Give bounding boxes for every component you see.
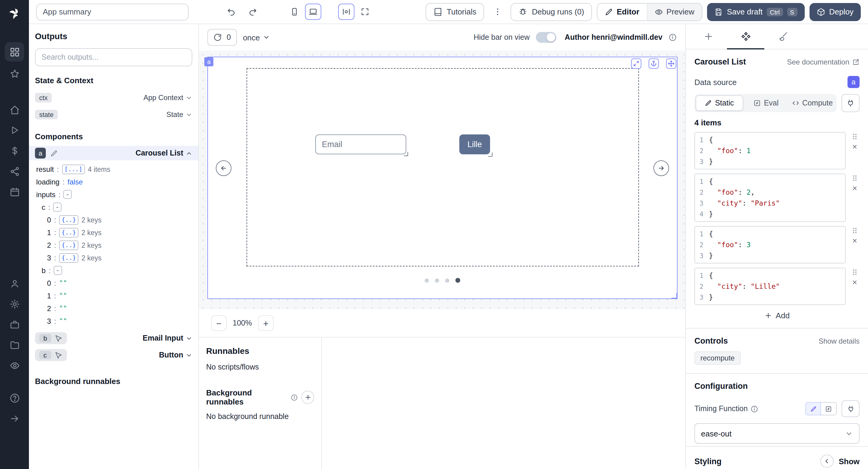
runs-icon[interactable] xyxy=(5,121,24,140)
carousel-component[interactable]: a xyxy=(207,57,678,299)
connect-data-source-button[interactable] xyxy=(841,94,860,112)
carousel-dot[interactable] xyxy=(445,278,450,282)
drag-handle-icon[interactable]: ⠿ xyxy=(852,176,858,183)
schedules-icon[interactable] xyxy=(5,182,24,201)
output-tree-row[interactable]: 0:"" xyxy=(35,277,192,289)
output-tree-row[interactable]: 3:"" xyxy=(35,315,192,327)
output-tree-row[interactable]: 1:"" xyxy=(35,289,192,302)
output-tree-row[interactable]: c:- xyxy=(35,201,192,213)
search-outputs-input[interactable] xyxy=(35,48,192,66)
carousel-dot[interactable] xyxy=(435,278,439,282)
output-tree-row[interactable]: b:- xyxy=(35,264,192,277)
output-tree-row[interactable]: 1:{..}2 keys xyxy=(35,226,192,239)
component-row-b[interactable]: b Email Input xyxy=(35,332,192,344)
zoom-out-button[interactable]: − xyxy=(211,315,227,331)
timing-eval-button[interactable] xyxy=(821,402,837,415)
show-styling-button[interactable]: Show xyxy=(821,455,860,468)
more-menu-button[interactable] xyxy=(489,3,506,20)
component-row-c[interactable]: c Button xyxy=(35,349,192,361)
tutorials-button[interactable]: Tutorials xyxy=(426,3,484,21)
debug-runs-button[interactable]: Debug runs (0) xyxy=(511,3,592,21)
expand-toggle[interactable]: {..} xyxy=(59,253,79,262)
home-icon[interactable] xyxy=(5,100,24,119)
insert-component-tab[interactable] xyxy=(689,24,727,49)
expand-toggle[interactable]: [...] xyxy=(62,164,85,174)
settings-icon[interactable] xyxy=(5,294,24,313)
app-canvas[interactable]: a xyxy=(199,51,685,309)
app-summary-input[interactable] xyxy=(36,3,189,20)
deploy-button[interactable]: Deploy xyxy=(809,3,861,21)
remove-item-button[interactable]: × xyxy=(852,237,857,245)
save-draft-button[interactable]: Save draft CtrlS xyxy=(707,3,804,21)
undo-button[interactable] xyxy=(222,3,239,20)
drag-handle-icon[interactable]: ⠿ xyxy=(852,228,858,235)
info-icon[interactable] xyxy=(669,33,677,41)
state-row[interactable]: state State xyxy=(35,107,192,122)
button-component[interactable]: Lille xyxy=(459,134,490,154)
output-tree-row[interactable]: 0:{..}2 keys xyxy=(35,213,192,226)
json-editor[interactable]: 1{2 "foo": 2,3 "city": "Paris"4} xyxy=(694,174,846,222)
expand-sidebar-icon[interactable] xyxy=(5,409,24,428)
zoom-in-button[interactable]: + xyxy=(258,315,274,331)
styling-tab[interactable] xyxy=(764,24,802,49)
center-canvas-button[interactable] xyxy=(338,4,354,20)
workflows-icon[interactable] xyxy=(5,162,24,181)
anchor-component-button[interactable] xyxy=(649,59,659,69)
carousel-dot[interactable] xyxy=(425,278,429,282)
component-settings-tab[interactable] xyxy=(727,24,764,50)
timing-function-select[interactable]: ease-out xyxy=(694,423,860,444)
carousel-dot[interactable] xyxy=(456,278,460,283)
carousel-next-button[interactable] xyxy=(653,160,669,176)
hide-bar-toggle[interactable] xyxy=(536,32,556,43)
compute-mode-button[interactable]: Compute xyxy=(789,95,835,111)
carousel-prev-button[interactable] xyxy=(216,160,231,176)
drag-handle-icon[interactable]: ⠿ xyxy=(852,134,858,141)
output-tree-row[interactable]: 2:"" xyxy=(35,302,192,315)
workers-icon[interactable] xyxy=(5,315,24,334)
eval-mode-button[interactable]: Eval xyxy=(743,95,789,111)
star-icon[interactable] xyxy=(5,64,24,83)
expand-toggle[interactable]: {..} xyxy=(59,240,79,250)
move-component-button[interactable] xyxy=(666,59,676,69)
json-editor[interactable]: 1{2 "foo": 13} xyxy=(694,132,846,169)
ctx-row[interactable]: ctx App Context xyxy=(35,90,192,105)
json-editor[interactable]: 1{2 "city": "Lille"3} xyxy=(694,268,846,305)
output-tree-row[interactable]: 3:{..}2 keys xyxy=(35,251,192,264)
user-icon[interactable] xyxy=(5,274,24,293)
output-tree-row[interactable]: loading:false xyxy=(35,176,192,188)
output-tree-row[interactable]: 2:{..}2 keys xyxy=(35,239,192,251)
json-editor[interactable]: 1{2 "foo": 33} xyxy=(694,226,846,263)
remove-item-button[interactable]: × xyxy=(852,143,857,151)
help-icon[interactable] xyxy=(5,388,24,408)
email-input-component[interactable]: Email xyxy=(315,134,406,154)
expand-component-button[interactable] xyxy=(631,59,641,69)
refresh-control[interactable]: 0 xyxy=(207,29,237,46)
info-icon[interactable] xyxy=(751,405,758,413)
redo-button[interactable] xyxy=(244,3,261,20)
fullscreen-button[interactable] xyxy=(357,4,373,20)
expand-toggle[interactable]: {..} xyxy=(59,215,79,224)
expand-toggle[interactable]: {..} xyxy=(59,227,79,237)
see-documentation-link[interactable]: See documentation xyxy=(787,58,860,66)
audit-icon[interactable] xyxy=(5,356,24,375)
info-icon[interactable] xyxy=(290,393,298,401)
recompute-button[interactable]: recompute xyxy=(694,351,741,365)
static-mode-button[interactable]: Static xyxy=(695,95,743,111)
drag-handle-icon[interactable]: ⠿ xyxy=(852,270,858,277)
mobile-view-button[interactable] xyxy=(286,4,303,20)
windmill-logo[interactable] xyxy=(7,6,22,22)
remove-item-button[interactable]: × xyxy=(852,184,857,192)
billing-icon[interactable] xyxy=(5,141,24,160)
component-row-a[interactable]: a Carousel List xyxy=(29,146,198,160)
editor-tab[interactable]: Editor xyxy=(597,3,647,20)
add-item-button[interactable]: Add xyxy=(764,311,789,320)
resize-handle[interactable] xyxy=(404,152,408,156)
remove-item-button[interactable]: × xyxy=(852,279,857,286)
preview-tab[interactable]: Preview xyxy=(647,3,702,20)
add-background-runnable-button[interactable] xyxy=(301,390,314,404)
folders-icon[interactable] xyxy=(5,335,24,354)
show-details-link[interactable]: Show details xyxy=(818,337,860,345)
selection-resize-handle[interactable] xyxy=(672,293,678,299)
output-tree-row[interactable]: inputs:- xyxy=(35,188,192,201)
refresh-frequency-dropdown[interactable]: once xyxy=(243,33,270,42)
